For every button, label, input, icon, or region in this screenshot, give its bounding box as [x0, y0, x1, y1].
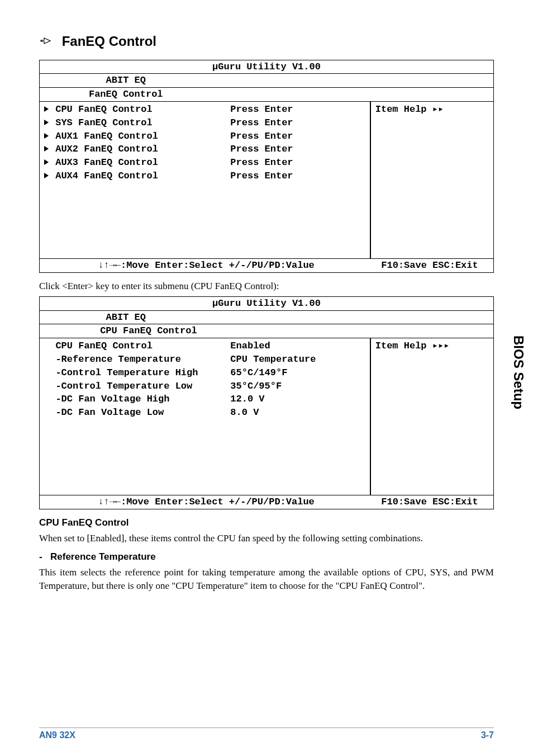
bios1-sub-row: FanEQ Control: [40, 88, 493, 102]
value: 65°C/149°F: [230, 366, 365, 380]
value: Enabled: [230, 339, 365, 353]
bios-box-cpu-faneq: µGuru Utility V1.00 ABIT EQ CPU FanEQ Co…: [39, 296, 494, 509]
bios1-header-row: ABIT EQ: [40, 74, 493, 88]
bios2-header-row: ABIT EQ: [40, 311, 493, 325]
value: CPU Temperature: [230, 353, 365, 366]
bios1-foot-left: ↓↑→←:Move Enter:Select +/-/PU/PD:Value: [43, 259, 369, 272]
bios2-values: Enabled CPU Temperature 65°C/149°F 35°C/…: [230, 339, 365, 494]
footer-right: 3-7: [481, 730, 494, 740]
bios1-sub: FanEQ Control: [40, 88, 212, 101]
side-tab-bios-setup: BIOS Setup: [511, 336, 526, 409]
value: Press Enter: [230, 116, 365, 130]
list-item[interactable]: -DC Fan Voltage High: [44, 393, 230, 406]
value: 8.0 V: [230, 406, 365, 419]
bios-box-faneq: µGuru Utility V1.00 ABIT EQ FanEQ Contro…: [39, 60, 494, 273]
list-item[interactable]: -DC Fan Voltage Low: [44, 406, 230, 419]
list-item[interactable]: CPU FanEQ Control: [44, 103, 230, 116]
list-item[interactable]: AUX1 FanEQ Control: [44, 130, 230, 143]
list-item[interactable]: -Reference Temperature: [44, 353, 230, 366]
value: Press Enter: [230, 156, 365, 169]
cpu-faneq-heading: CPU FanEQ Control: [39, 517, 494, 528]
footer-left: AN9 32X: [39, 730, 75, 740]
bios2-foot-left: ↓↑→←:Move Enter:Select +/-/PU/PD:Value: [43, 495, 369, 509]
list-item[interactable]: AUX3 FanEQ Control: [44, 156, 230, 169]
bios1-foot-right: F10:Save ESC:Exit: [369, 259, 490, 272]
bios1-left: CPU FanEQ Control SYS FanEQ Control AUX1…: [40, 102, 371, 258]
bios1-body: CPU FanEQ Control SYS FanEQ Control AUX1…: [40, 102, 493, 258]
bios1-values: Press Enter Press Enter Press Enter Pres…: [230, 103, 365, 257]
list-item[interactable]: -Control Temperature High: [44, 366, 230, 380]
triangle-icon: [44, 133, 49, 139]
value: Press Enter: [230, 143, 365, 156]
bios2-body: CPU FanEQ Control -Reference Temperature…: [40, 338, 493, 495]
bios1-title: µGuru Utility V1.00: [40, 60, 493, 74]
bios2-help: Item Help ▸▸▸: [371, 338, 493, 495]
triangle-icon: [44, 106, 49, 112]
value: Press Enter: [230, 130, 365, 143]
caption: Click <Enter> key to enter its submenu (…: [39, 281, 494, 292]
list-item[interactable]: AUX2 FanEQ Control: [44, 143, 230, 156]
hand-point-icon: [39, 34, 53, 51]
triangle-icon: [44, 159, 49, 165]
reference-temp-heading: -Reference Temperature: [39, 551, 494, 563]
bios2-title: µGuru Utility V1.00: [40, 297, 493, 311]
triangle-icon: [44, 120, 49, 125]
bios1-names: CPU FanEQ Control SYS FanEQ Control AUX1…: [44, 103, 230, 257]
bios1-abit: ABIT EQ: [40, 74, 212, 87]
section-title-text: FanEQ Control: [62, 34, 156, 49]
value: 35°C/95°F: [230, 380, 365, 393]
list-item[interactable]: SYS FanEQ Control: [44, 116, 230, 130]
bios1-footer: ↓↑→←:Move Enter:Select +/-/PU/PD:Value F…: [40, 258, 493, 272]
triangle-icon: [44, 146, 49, 152]
list-item[interactable]: AUX4 FanEQ Control: [44, 169, 230, 183]
bios2-sub-row: CPU FanEQ Control: [40, 324, 493, 338]
value: 12.0 V: [230, 393, 365, 406]
svg-point-0: [41, 40, 42, 41]
section-title: FanEQ Control: [39, 34, 494, 51]
bios1-help: Item Help ▸▸: [371, 102, 493, 258]
bios2-abit: ABIT EQ: [40, 311, 212, 324]
value: Press Enter: [230, 103, 365, 116]
bios2-names: CPU FanEQ Control -Reference Temperature…: [44, 339, 230, 494]
cpu-faneq-body: When set to [Enabled], these items contr…: [39, 532, 494, 546]
dash-icon: -: [39, 551, 50, 563]
bios2-left: CPU FanEQ Control -Reference Temperature…: [40, 338, 371, 495]
reference-temp-body: This item selects the reference point fo…: [39, 566, 494, 593]
list-item[interactable]: -Control Temperature Low: [44, 380, 230, 393]
triangle-icon: [44, 173, 49, 178]
value: Press Enter: [230, 169, 365, 183]
list-item[interactable]: CPU FanEQ Control: [44, 339, 230, 353]
bios2-foot-right: F10:Save ESC:Exit: [369, 495, 490, 509]
page-footer: AN9 32X 3-7: [39, 727, 494, 740]
bios2-footer: ↓↑→←:Move Enter:Select +/-/PU/PD:Value F…: [40, 495, 493, 509]
bios2-sub: CPU FanEQ Control: [40, 324, 258, 338]
